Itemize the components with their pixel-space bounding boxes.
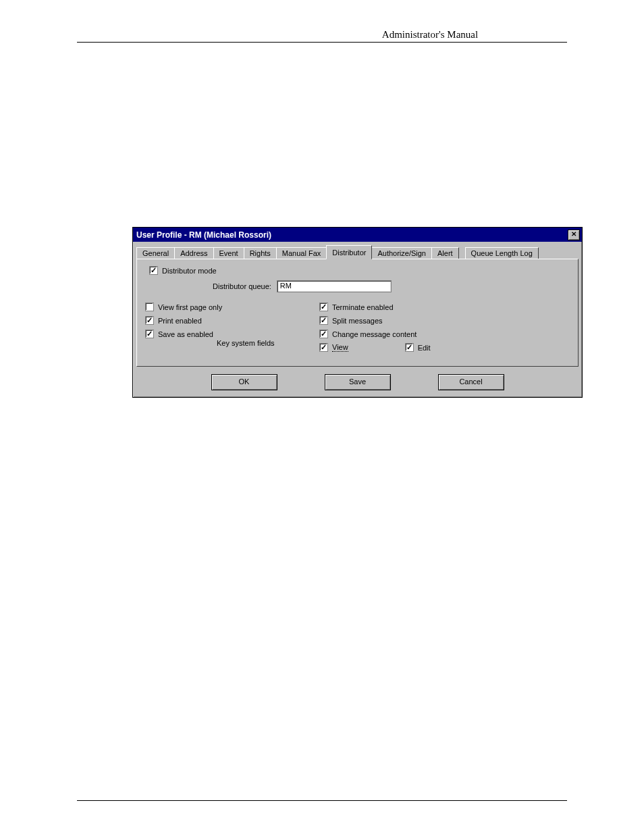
tab-bar: General Address Event Rights Manual Fax …	[133, 242, 582, 259]
page-header-text: Administrator's Manual	[382, 29, 478, 41]
save-as-enabled-checkbox[interactable]	[145, 330, 154, 338]
dialog-button-row: OK Save Cancel	[133, 370, 582, 397]
print-enabled-row: Print enabled	[145, 315, 314, 326]
key-system-fields-label: Key system fields	[217, 339, 275, 347]
split-messages-checkbox[interactable]	[319, 316, 328, 325]
close-icon[interactable]: ✕	[568, 230, 580, 240]
tab-panel-distributor: Distributor mode Distributor queue: RM V…	[136, 259, 579, 367]
split-messages-label: Split messages	[332, 317, 383, 325]
save-as-enabled-label: Save as enabled	[158, 330, 213, 338]
distributor-mode-label: Distributor mode	[162, 267, 217, 275]
key-view-label: View	[332, 343, 348, 352]
save-button[interactable]: Save	[325, 374, 391, 390]
change-message-content-label: Change message content	[332, 330, 417, 338]
key-view-checkbox[interactable]	[319, 343, 328, 352]
view-first-page-row: View first page only	[145, 301, 314, 313]
save-as-enabled-row: Save as enabled	[145, 328, 314, 340]
key-edit-checkbox[interactable]	[405, 343, 414, 352]
distributor-mode-checkbox[interactable]	[149, 266, 158, 275]
cancel-button[interactable]: Cancel	[438, 374, 504, 390]
titlebar: User Profile - RM (Michael Rossori) ✕	[133, 228, 582, 242]
tab-rights[interactable]: Rights	[244, 247, 277, 259]
view-first-page-label: View first page only	[158, 303, 222, 311]
page-footer-rule	[77, 800, 567, 802]
key-edit-label: Edit	[418, 344, 431, 352]
terminate-enabled-label: Terminate enabled	[332, 303, 394, 311]
tab-distributor[interactable]: Distributor	[326, 245, 372, 259]
tab-address[interactable]: Address	[174, 247, 213, 259]
view-first-page-checkbox[interactable]	[145, 303, 154, 311]
distributor-queue-label: Distributor queue:	[213, 282, 271, 290]
right-options-column: Terminate enabled Split messages Change …	[319, 301, 576, 355]
user-profile-dialog: User Profile - RM (Michael Rossori) ✕ Ge…	[132, 227, 583, 398]
dialog-title: User Profile - RM (Michael Rossori)	[135, 230, 271, 240]
page-header: Administrator's Manual	[77, 29, 567, 43]
left-options-column: View first page only Print enabled Save …	[145, 301, 314, 342]
key-system-view-edit-row: View Edit	[319, 342, 576, 353]
tab-alert[interactable]: Alert	[431, 247, 459, 259]
distributor-queue-field[interactable]: RM	[277, 280, 392, 292]
distributor-mode-row: Distributor mode	[149, 266, 570, 275]
terminate-enabled-checkbox[interactable]	[319, 303, 328, 311]
tab-general[interactable]: General	[136, 247, 175, 259]
print-enabled-label: Print enabled	[158, 317, 202, 325]
distributor-queue-row: Distributor queue: RM	[213, 280, 570, 292]
tab-event[interactable]: Event	[213, 247, 244, 259]
change-message-content-checkbox[interactable]	[319, 330, 328, 338]
ok-button[interactable]: OK	[211, 374, 277, 390]
print-enabled-checkbox[interactable]	[145, 316, 154, 325]
change-message-content-row: Change message content	[319, 328, 576, 340]
tab-queue-length-log[interactable]: Queue Length Log	[465, 247, 539, 259]
tab-authorize-sign[interactable]: Authorize/Sign	[371, 247, 432, 259]
terminate-enabled-row: Terminate enabled	[319, 301, 576, 313]
split-messages-row: Split messages	[319, 315, 576, 326]
tab-manual-fax[interactable]: Manual Fax	[276, 247, 327, 259]
